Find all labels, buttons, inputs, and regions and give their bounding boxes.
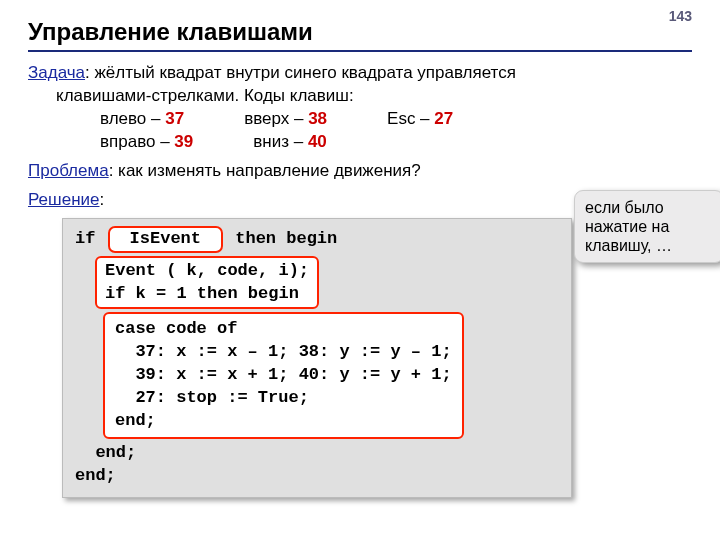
key-down-label: вниз – xyxy=(253,132,308,151)
keycodes-row1: влево – 37 вверх – 38 Esc – 27 xyxy=(28,108,692,131)
key-left-label: влево – xyxy=(100,109,165,128)
end-inner: end; xyxy=(75,443,136,462)
task-text-1: : жёлтый квадрат внутри синего квадрата … xyxy=(85,63,516,82)
key-esc-code: 27 xyxy=(434,109,453,128)
task-block: Задача: жёлтый квадрат внутри синего ква… xyxy=(28,62,692,154)
key-up-code: 38 xyxy=(308,109,327,128)
title-rule xyxy=(28,50,692,52)
key-right-code: 39 xyxy=(174,132,193,151)
page-number: 143 xyxy=(669,8,692,24)
key-up-label: вверх – xyxy=(244,109,308,128)
key-esc-label: Esc – xyxy=(387,109,434,128)
key-down-code: 40 xyxy=(308,132,327,151)
box-case: case code of 37: x := x – 1; 38: y := y … xyxy=(103,312,464,439)
task-text-2: клавишами-стрелками. Коды клавиш: xyxy=(28,85,692,108)
problem-text: : как изменять направление движения? xyxy=(109,161,421,180)
solution-colon: : xyxy=(99,190,104,209)
code-container: если было нажатие на клавишу, … if IsEve… xyxy=(62,218,572,498)
problem-label: Проблема xyxy=(28,161,109,180)
key-left-code: 37 xyxy=(165,109,184,128)
callout-text: если было нажатие на клавишу, … xyxy=(585,199,672,254)
pill-isevent: IsEvent xyxy=(108,226,223,253)
solution-label: Решение xyxy=(28,190,99,209)
kw-if: if xyxy=(75,229,106,248)
slide-title: Управление клавишами xyxy=(28,18,692,46)
code-block: if IsEvent then begin Event ( k, code, i… xyxy=(62,218,572,498)
kw-then-begin: then begin xyxy=(225,229,337,248)
keycodes-row2: вправо – 39 вниз – 40 xyxy=(28,131,692,154)
task-label: Задача xyxy=(28,63,85,82)
callout-bubble: если было нажатие на клавишу, … xyxy=(574,190,720,264)
end-outer: end; xyxy=(75,466,116,485)
box-event: Event ( k, code, i); if k = 1 then begin xyxy=(95,256,319,310)
problem-block: Проблема: как изменять направление движе… xyxy=(28,160,692,183)
key-right-label: вправо – xyxy=(100,132,174,151)
